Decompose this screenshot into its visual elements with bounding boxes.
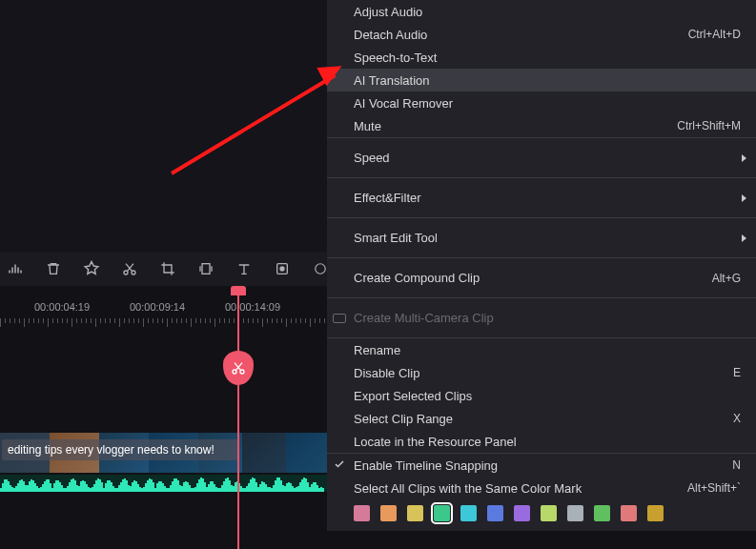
menu-select-same-color[interactable]: Select All Clips with the Same Color Mar…: [327, 477, 756, 499]
color-swatch[interactable]: [434, 505, 450, 521]
menu-ai-vocal-remover[interactable]: AI Vocal Remover: [327, 92, 756, 114]
color-swatch[interactable]: [514, 505, 530, 521]
menu-ai-translation[interactable]: AI Translation: [327, 69, 756, 92]
menu-create-multicam: Create Multi-Camera Clip: [327, 298, 756, 337]
playhead-line[interactable]: [237, 294, 239, 549]
record-icon[interactable]: [273, 259, 292, 278]
cut-icon[interactable]: [120, 259, 139, 278]
menu-speech-to-text[interactable]: Speech-to-Text: [327, 46, 756, 69]
color-swatch[interactable]: [460, 505, 477, 521]
svg-point-4: [280, 267, 284, 271]
check-icon: [334, 458, 345, 473]
menu-speed[interactable]: Speed: [327, 138, 756, 177]
menu-export-selected[interactable]: Export Selected Clips: [327, 384, 756, 407]
chevron-right-icon: [742, 234, 746, 242]
menu-detach-audio[interactable]: Detach AudioCtrl+Alt+D: [327, 23, 756, 46]
tag-icon[interactable]: [82, 259, 101, 278]
color-swatch[interactable]: [567, 505, 583, 521]
svg-point-5: [316, 264, 326, 274]
ruler-ticks: [0, 318, 327, 330]
time-label: 00:00:14:09: [225, 301, 280, 313]
color-swatch[interactable]: [354, 505, 370, 521]
menu-disable-clip[interactable]: Disable ClipE: [327, 361, 756, 384]
color-swatch[interactable]: [621, 505, 637, 521]
color-swatch[interactable]: [380, 505, 397, 521]
menu-effect-filter[interactable]: Effect&Filter: [327, 178, 756, 217]
delete-icon[interactable]: [44, 259, 63, 278]
menu-rename[interactable]: Rename: [327, 338, 756, 361]
crop-icon[interactable]: [158, 259, 177, 278]
frame-icon[interactable]: [196, 259, 215, 278]
time-label: 00:00:09:14: [130, 301, 185, 313]
menu-mute[interactable]: MuteCtrl+Shift+M: [327, 114, 756, 137]
chevron-right-icon: [742, 194, 746, 202]
text-icon[interactable]: [235, 259, 254, 278]
menu-create-compound[interactable]: Create Compound ClipAlt+G: [327, 258, 756, 297]
clip-title-text: editing tips every vlogger needs to know…: [8, 443, 215, 457]
preview-area: [0, 0, 327, 252]
multicam-icon: [333, 314, 346, 323]
audio-track[interactable]: [0, 475, 327, 492]
menu-adjust-audio[interactable]: Adjust Audio: [327, 0, 756, 23]
time-label: 00:00:04:19: [34, 301, 90, 313]
color-swatch[interactable]: [541, 505, 557, 521]
menu-smart-edit[interactable]: Smart Edit Tool: [327, 218, 756, 257]
svg-rect-2: [202, 264, 210, 274]
audio-adjust-icon[interactable]: [6, 259, 25, 278]
chevron-right-icon: [742, 154, 746, 162]
menu-enable-snapping[interactable]: Enable Timeline SnappingN: [327, 454, 756, 477]
color-swatch[interactable]: [647, 505, 664, 521]
menu-select-clip-range[interactable]: Select Clip RangeX: [327, 407, 756, 430]
color-swatch[interactable]: [487, 505, 503, 521]
color-mark-row: [327, 499, 756, 531]
color-swatch[interactable]: [594, 505, 610, 521]
menu-locate-resource[interactable]: Locate in the Resource Panel: [327, 430, 756, 453]
clip-title-overlay[interactable]: editing tips every vlogger needs to know…: [2, 439, 238, 460]
context-menu: Adjust Audio Detach AudioCtrl+Alt+D Spee…: [327, 0, 756, 531]
color-swatch[interactable]: [407, 505, 423, 521]
